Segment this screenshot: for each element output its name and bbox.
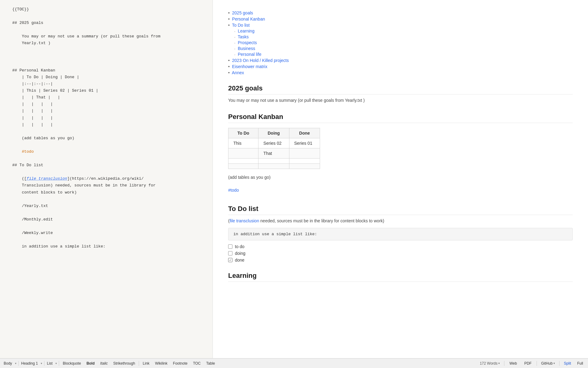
toolbar-divider <box>59 361 59 366</box>
table-cell <box>289 164 320 169</box>
toc-link-tasks[interactable]: Tasks <box>238 34 249 39</box>
section-kanban: Personal Kanban To Do Doing Done This Se… <box>228 113 573 195</box>
toc-sublist: ◦ Learning ◦ Tasks ◦ Prospects <box>228 29 573 57</box>
toc-bullet: • <box>228 58 230 63</box>
goals-text: You may or may not use a summary (or pul… <box>228 97 573 104</box>
full-button[interactable]: Full <box>575 361 586 366</box>
bottom-toolbar: Body ▾ Heading 1 ▾ List ▾ Blockquote <box>0 358 588 368</box>
toolbar-divider <box>559 361 560 366</box>
kanban-col-done: Done <box>289 128 320 138</box>
checklist: to do doing ✓ done <box>228 244 573 263</box>
web-button[interactable]: Web <box>506 360 520 367</box>
checklist-label-done: done <box>235 258 244 263</box>
kanban-table: To Do Doing Done This Series 02 Series 0… <box>228 128 320 169</box>
toolbar-divider <box>537 361 537 366</box>
kanban-table-body: This Series 02 Series 01 That <box>228 138 320 169</box>
toc-bullet: • <box>228 10 230 15</box>
toolbar-divider <box>139 361 139 366</box>
toc-circle-icon: ◦ <box>234 41 236 45</box>
pdf-button[interactable]: PDF <box>521 360 535 367</box>
toolbar-right: 172 Words ▾ Web PDF GitHub ▾ Split Full <box>477 360 586 367</box>
footnote-button[interactable]: Footnote <box>171 360 190 367</box>
kanban-col-doing: Doing <box>258 128 289 138</box>
wikilink-button[interactable]: Wikilink <box>153 360 170 367</box>
toc-link-business[interactable]: Business <box>238 46 255 51</box>
body-select[interactable]: Body <box>2 360 17 367</box>
toc-item-eisenhower: • Eisenhower matrix <box>228 64 573 69</box>
table-row: That <box>228 148 320 159</box>
toc-link-annex[interactable]: Annex <box>232 70 244 75</box>
strikethrough-button[interactable]: Strikethrough <box>111 360 138 367</box>
todo-heading: To Do list <box>228 205 573 215</box>
todo-tag[interactable]: #todo <box>228 188 239 193</box>
toc-link-personal-life[interactable]: Personal life <box>238 52 261 57</box>
heading-select[interactable]: Heading 1 <box>20 360 43 367</box>
toc-bullet: • <box>228 64 230 69</box>
blockquote-button[interactable]: Blockquote <box>60 360 83 367</box>
checkbox-todo[interactable] <box>228 244 232 249</box>
section-goals: 2025 goals You may or may not use a summ… <box>228 84 573 104</box>
toc-nav: • 2025 goals • Personal Kanban • To Do l… <box>228 10 573 75</box>
split-button[interactable]: Split <box>561 361 573 366</box>
github-chevron-icon: ▾ <box>553 362 555 365</box>
table-cell <box>289 159 320 164</box>
github-label: GitHub <box>541 361 552 366</box>
bold-button[interactable]: Bold <box>84 360 97 367</box>
toc-link-learning[interactable]: Learning <box>238 29 254 33</box>
transclusion-link[interactable]: file transclusion <box>230 218 259 223</box>
table-row <box>228 164 320 169</box>
list-select[interactable]: List <box>46 360 58 367</box>
kanban-col-todo: To Do <box>228 128 258 138</box>
toc-sub-item-tasks: ◦ Tasks <box>234 34 573 39</box>
section-learning: Learning <box>228 272 573 282</box>
table-cell <box>228 159 258 164</box>
toc-sub-item-business: ◦ Business <box>234 46 573 51</box>
toc-button[interactable]: TOC <box>190 360 203 367</box>
toolbar-divider <box>504 361 504 366</box>
toc-item-todo: • To Do list ◦ Learning ◦ Tasks <box>228 23 573 57</box>
toc-link-eisenhower[interactable]: Eisenhower matrix <box>232 64 267 69</box>
toc-sub-item-personal-life: ◦ Personal life <box>234 52 573 57</box>
checklist-item-done: ✓ done <box>228 258 573 263</box>
toc-link-prospects[interactable]: Prospects <box>238 40 257 45</box>
table-button[interactable]: Table <box>204 360 217 367</box>
toc-link-kanban[interactable]: Personal Kanban <box>232 17 265 21</box>
toc-link-onhold[interactable]: 2023 On Hold / Killed projects <box>232 58 289 63</box>
editor-text: {{TOC}} ## 2025 goals You may or may not… <box>12 6 200 250</box>
kanban-table-head: To Do Doing Done <box>228 128 320 138</box>
word-count-display[interactable]: 172 Words ▾ <box>477 361 503 366</box>
checklist-item-todo: to do <box>228 244 573 249</box>
toolbar-divider <box>18 361 19 366</box>
checkbox-done[interactable]: ✓ <box>228 258 232 262</box>
kanban-heading: Personal Kanban <box>228 113 573 123</box>
toolbar-divider <box>44 361 44 366</box>
toolbar-left: Body ▾ Heading 1 ▾ List ▾ Blockquote <box>2 360 217 367</box>
toc-sub-item-prospects: ◦ Prospects <box>234 40 573 45</box>
editor-content[interactable]: {{TOC}} ## 2025 goals You may or may not… <box>12 6 200 250</box>
goals-heading: 2025 goals <box>228 84 573 94</box>
italic-button[interactable]: Italic <box>98 360 110 367</box>
table-cell <box>289 148 320 159</box>
preview-pane[interactable]: • 2025 goals • Personal Kanban • To Do l… <box>213 0 588 358</box>
editor-pane[interactable]: {{TOC}} ## 2025 goals You may or may not… <box>0 0 213 358</box>
toc-circle-icon: ◦ <box>234 47 236 51</box>
toc-circle-icon: ◦ <box>234 30 236 33</box>
checkbox-doing[interactable] <box>228 251 232 255</box>
body-select-wrapper: Body ▾ <box>2 360 17 367</box>
toc-circle-icon: ◦ <box>234 53 236 56</box>
toc-link-goals[interactable]: 2025 goals <box>232 10 253 15</box>
checklist-label-todo: to do <box>235 244 244 249</box>
toc-item-annex: • Annex <box>228 70 573 75</box>
table-cell: Series 02 <box>258 138 289 148</box>
transclusion-text: (file transclusion needed, sources must … <box>228 217 573 224</box>
toc-bullet: • <box>228 17 230 21</box>
main-area: {{TOC}} ## 2025 goals You may or may not… <box>0 0 588 358</box>
toc-bullet: • <box>228 23 230 28</box>
toc-link-todo[interactable]: To Do list <box>232 23 250 28</box>
heading-select-wrapper: Heading 1 ▾ <box>20 360 43 367</box>
github-button[interactable]: GitHub ▾ <box>539 361 557 366</box>
app-container: {{TOC}} ## 2025 goals You may or may not… <box>0 0 588 368</box>
toc-item-kanban: • Personal Kanban <box>228 17 573 21</box>
table-cell <box>228 148 258 159</box>
link-button[interactable]: Link <box>140 360 152 367</box>
